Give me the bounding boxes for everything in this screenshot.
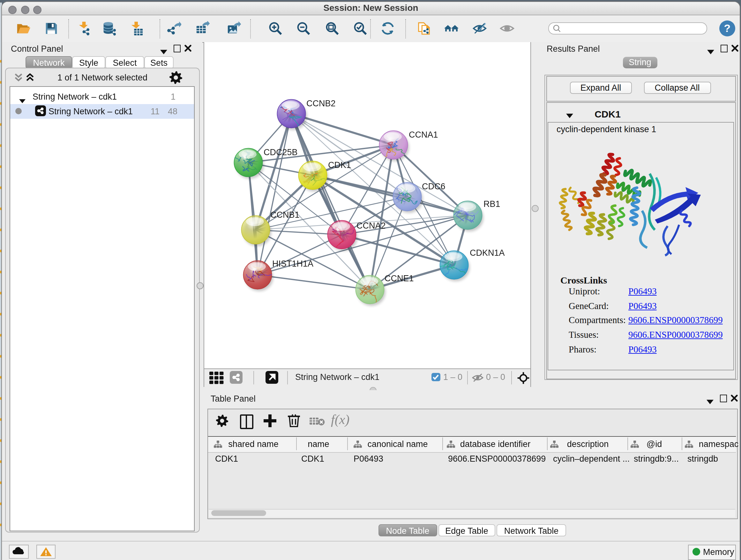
svg-text:CCNB2: CCNB2: [306, 99, 335, 108]
svg-text:RB1: RB1: [483, 199, 500, 209]
svg-text:HIST1H1A: HIST1H1A: [272, 259, 313, 268]
svg-text:CDK1: CDK1: [328, 160, 351, 170]
svg-text:CDC25B: CDC25B: [263, 147, 297, 157]
svg-text:CCNE1: CCNE1: [384, 273, 414, 283]
svg-text:CCNA1: CCNA1: [408, 130, 438, 139]
svg-text:CCNA2: CCNA2: [356, 221, 386, 231]
svg-text:CCNB1: CCNB1: [270, 210, 299, 220]
svg-text:CDC6: CDC6: [421, 182, 445, 191]
svg-text:CDKN1A: CDKN1A: [469, 248, 504, 258]
